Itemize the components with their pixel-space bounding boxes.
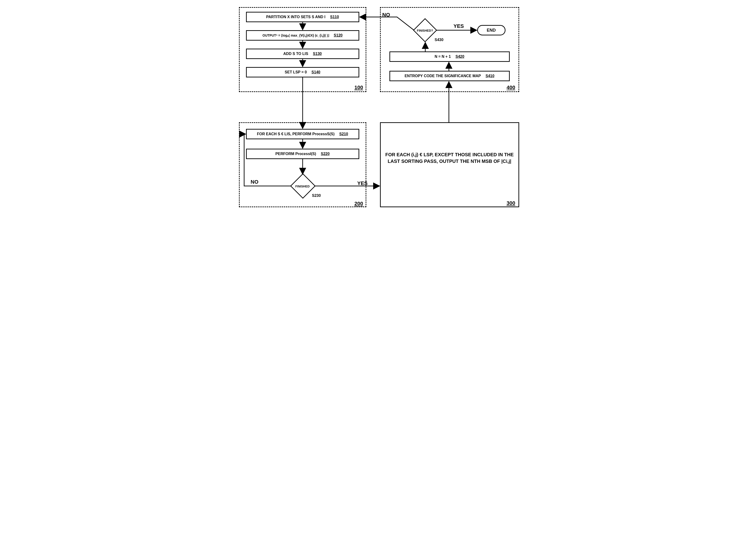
step-s410-ref: S410 — [486, 74, 494, 78]
step-s120: OUTPUTⁿ = ⌊log₂( max_{∀(i,j)∈X} |c_{i,j}… — [246, 30, 359, 41]
block-300: FOR EACH (i,j) € LSP, EXCEPT THOSE INCLU… — [380, 122, 519, 207]
step-s210-text: FOR EACH S € LIS, PERFORM ProcessS(S) — [257, 132, 334, 136]
step-s220-text: PERFORM ProcessI(S) — [275, 152, 316, 156]
decision-s230-ref: S230 — [312, 193, 321, 198]
step-s140-ref: S140 — [312, 70, 320, 74]
step-s130-text: ADD S TO LIS — [283, 52, 308, 56]
step-s410-text: ENTROPY CODE THE SIGNIFICANCE MAP — [404, 74, 481, 78]
step-s210-ref: S210 — [339, 132, 348, 136]
decision-s430-ref: S430 — [435, 38, 443, 42]
step-s120-text: OUTPUTⁿ = ⌊log₂( max_{∀(i,j)∈X} |c_{i,j}… — [263, 34, 329, 37]
decision-s230-text: FINISHED — [294, 184, 311, 188]
step-s110: PARTITION X INTO SETS S AND I S110 — [246, 12, 359, 22]
step-s420-ref: S420 — [456, 54, 464, 59]
decision-s430-text: FINISHED? — [417, 29, 432, 32]
edge-200-yes: YES — [357, 180, 368, 186]
step-s210: FOR EACH S € LIS, PERFORM ProcessS(S) S2… — [246, 129, 359, 139]
end-node: END — [477, 25, 506, 35]
step-s420: N = N + 1 S420 — [390, 51, 510, 62]
block-100-ref: 100 — [355, 84, 363, 91]
step-s130-ref: S130 — [313, 52, 322, 56]
step-s220-ref: S220 — [321, 152, 330, 156]
edge-400-no: NO — [382, 12, 390, 18]
edge-400-yes: YES — [454, 23, 464, 29]
block-300-text: FOR EACH (i,j) € LSP, EXCEPT THOSE INCLU… — [381, 151, 519, 164]
step-s410: ENTROPY CODE THE SIGNIFICANCE MAP S410 — [390, 71, 510, 81]
step-s140-text: SET LSP = 0 — [285, 70, 307, 74]
flowchart-canvas: 100 PARTITION X INTO SETS S AND I S110 O… — [227, 5, 529, 219]
step-s220: PERFORM ProcessI(S) S220 — [246, 149, 359, 159]
edge-200-no: NO — [251, 179, 259, 185]
block-200-ref: 200 — [355, 201, 363, 207]
step-s140: SET LSP = 0 S140 — [246, 67, 359, 78]
step-s110-text: PARTITION X INTO SETS S AND I — [266, 15, 325, 19]
end-label: END — [487, 28, 495, 33]
block-400-ref: 400 — [507, 84, 516, 91]
step-s420-text: N = N + 1 — [435, 54, 451, 59]
block-300-ref: 300 — [507, 200, 516, 206]
step-s120-ref: S120 — [334, 33, 342, 38]
step-s130: ADD S TO LIS S130 — [246, 49, 359, 59]
step-s110-ref: S110 — [330, 15, 339, 19]
